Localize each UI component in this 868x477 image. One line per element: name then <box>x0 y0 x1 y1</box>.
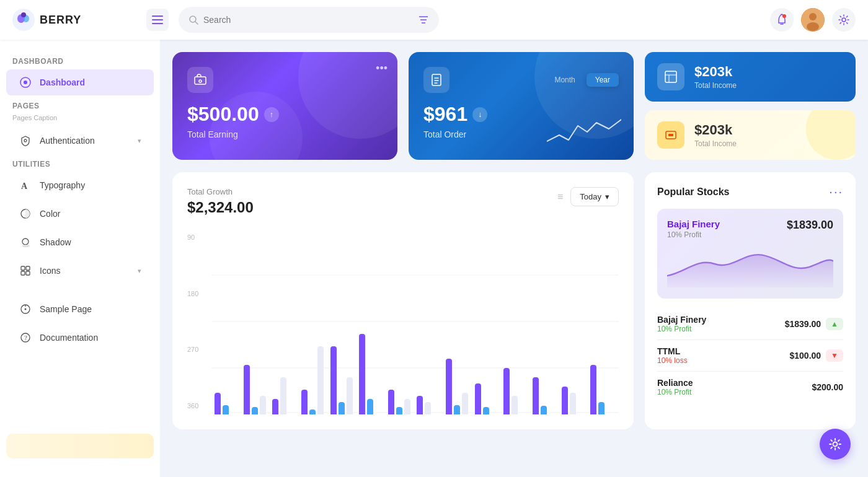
bar-purple <box>533 377 539 414</box>
bar-light <box>425 402 431 414</box>
sidebar-item-dashboard[interactable]: Dashboard <box>6 69 154 95</box>
bar-purple <box>446 359 452 414</box>
topbar: BERRY <box>0 0 868 40</box>
bar-light <box>462 393 468 414</box>
featured-stock-chart <box>667 239 833 289</box>
bar-blue <box>223 405 229 414</box>
chart-area: 360 270 180 90 <box>187 229 619 414</box>
bell-icon <box>776 14 787 26</box>
sidebar-section-utilities: Utilities <box>0 155 160 171</box>
search-input[interactable] <box>203 15 413 25</box>
bar-group <box>446 359 472 414</box>
sidebar-section-dashboard: Dashboard <box>0 52 160 68</box>
earning-label: Total Earning <box>187 129 383 139</box>
sidebar-item-color[interactable]: Color <box>6 201 154 227</box>
stock-name: Reliance <box>657 378 693 388</box>
stock-row: Bajaj Finery 10% Profit $1839.00 ▲ <box>657 309 843 340</box>
today-filter-button[interactable]: Today ▾ <box>570 187 619 206</box>
stock-row: Reliance 10% Profit $200.00 <box>657 372 843 403</box>
bar-group <box>417 396 443 414</box>
stock-price: $200.00 <box>812 382 843 392</box>
svg-point-3 <box>21 12 26 17</box>
chart-title-label: Total Growth <box>187 187 254 196</box>
svg-rect-27 <box>21 271 25 275</box>
stock-price: $100.00 <box>790 351 822 361</box>
stock-change: 10% Profit <box>657 388 693 396</box>
bar-purple <box>590 365 596 414</box>
notifications-button[interactable] <box>770 8 794 32</box>
sidebar-item-label: Dashboard <box>40 77 85 87</box>
bar-blue <box>598 402 604 414</box>
bar-group <box>330 346 356 414</box>
svg-rect-37 <box>665 71 676 82</box>
filter-icon[interactable] <box>418 15 429 25</box>
svg-rect-28 <box>26 271 30 275</box>
sidebar-item-label: Color <box>40 209 60 219</box>
stock-price: $1839.00 <box>785 319 821 329</box>
sidebar-item-sample-page[interactable]: Sample Page <box>6 296 154 322</box>
stocks-title: Popular Stocks <box>657 186 729 198</box>
stock-name-col: Bajaj Finery 10% Profit <box>657 315 706 333</box>
chevron-icon: ▾ <box>138 137 141 145</box>
fab-settings-button[interactable] <box>820 429 851 460</box>
content-area: ••• $500.00 ↑ Total Earning <box>160 40 868 477</box>
card-menu-icon[interactable]: ••• <box>376 62 388 75</box>
bar-blue <box>309 409 316 414</box>
svg-point-13 <box>782 14 786 18</box>
settings-button[interactable] <box>832 8 856 32</box>
chart-inner <box>212 229 619 414</box>
toggle-month-button[interactable]: Month <box>546 73 583 87</box>
logo-icon <box>12 9 35 31</box>
svg-rect-36 <box>432 74 441 85</box>
income-yellow-amount: $203k <box>694 122 737 138</box>
stock-change: 10% Profit <box>657 325 706 333</box>
y-axis-labels: 360 270 180 90 <box>187 229 210 414</box>
bar-purple <box>417 396 423 414</box>
bar-purple <box>359 334 365 414</box>
bar-group <box>475 383 501 414</box>
svg-point-46 <box>833 442 838 447</box>
menu-button[interactable] <box>146 9 169 31</box>
up-badge: ↑ <box>264 107 279 122</box>
dropdown-arrow: ▾ <box>605 192 609 201</box>
toggle-year-button[interactable]: Year <box>587 73 619 87</box>
stock-change: 10% loss <box>657 356 688 365</box>
gear-icon <box>838 14 849 25</box>
svg-rect-4 <box>152 15 163 17</box>
badge-up: ▲ <box>826 318 843 330</box>
sidebar-item-label: Authentication <box>40 136 95 146</box>
chart-amount: $2,324.00 <box>187 199 254 216</box>
stocks-more-icon[interactable]: ··· <box>829 185 843 199</box>
sidebar-item-documentation[interactable]: ? Documentation <box>6 325 154 351</box>
stock-row: TTML 10% loss $100.00 ▼ <box>657 340 843 372</box>
icons-icon <box>19 264 32 278</box>
bar-group <box>533 377 559 414</box>
sidebar-item-icons[interactable]: Icons ▾ <box>6 258 154 284</box>
badge-down: ▼ <box>826 349 843 362</box>
avatar[interactable] <box>801 8 825 32</box>
chart-menu-icon[interactable]: ≡ <box>557 191 563 203</box>
stock-name-col: Reliance 10% Profit <box>657 378 693 396</box>
featured-stock-name: Bajaj Finery <box>667 219 720 229</box>
bar-group <box>359 334 385 414</box>
sidebar-item-authentication[interactable]: Authentication ▾ <box>6 128 154 154</box>
sidebar-item-shadow[interactable]: Shadow <box>6 229 154 255</box>
svg-rect-25 <box>21 266 25 270</box>
toggle-group: Month Year <box>546 73 619 87</box>
stock-list: Bajaj Finery 10% Profit $1839.00 ▲ TTML … <box>657 309 843 403</box>
stocks-header: Popular Stocks ··· <box>657 185 843 199</box>
bar-blue <box>367 399 373 414</box>
bar-blue <box>541 406 547 414</box>
user-avatar <box>801 8 825 32</box>
sidebar-item-typography[interactable]: A Typography <box>6 172 154 198</box>
order-wave-chart <box>547 116 621 147</box>
bar-chart <box>212 229 619 414</box>
stock-name: Bajaj Finery <box>657 315 706 325</box>
svg-text:A: A <box>21 182 28 191</box>
svg-point-20 <box>24 139 27 142</box>
sidebar: Dashboard Dashboard Pages Pages Caption … <box>0 40 160 477</box>
earning-amount: $500.00 ↑ <box>187 103 383 126</box>
topbar-right <box>770 8 856 32</box>
sidebar-item-label: Typography <box>40 180 85 190</box>
today-label: Today <box>580 192 601 201</box>
